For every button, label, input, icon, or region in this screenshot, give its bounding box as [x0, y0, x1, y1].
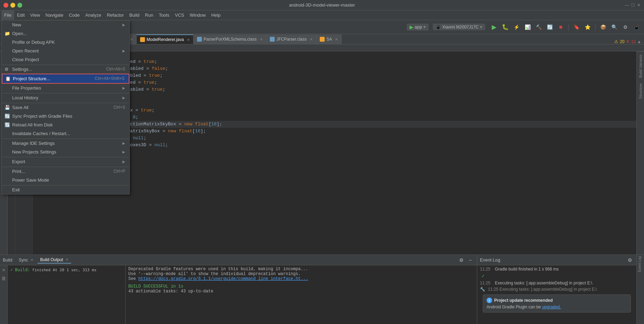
bookmark-button[interactable]: 🔖: [572, 22, 581, 32]
menu-vcs[interactable]: VCS: [172, 10, 187, 20]
notif-info-icon: i: [487, 298, 492, 303]
more-toolbar-4[interactable]: 📱: [632, 22, 641, 32]
sidebar-structure-tab[interactable]: Structure: [637, 81, 644, 102]
build-output-panel: Build: Sync ✕ Build Output ✕ ⚙ − ≡ 🗑 ✓: [0, 255, 477, 324]
event-entry-1: 11:25 Gradle build finished in 1 s 968 m…: [480, 267, 634, 272]
build-msg-1: Deprecated Gradle features were used in …: [128, 267, 474, 272]
menu-navigate[interactable]: Navigate: [43, 10, 66, 20]
menu-window[interactable]: Window: [187, 10, 208, 20]
menu-new-projects-settings[interactable]: New Projects Settings ▶: [2, 148, 129, 156]
menu-file[interactable]: File New ▶ 📁 Open... Profile or Debug AP…: [1, 10, 14, 20]
error-indicator: ✕: [626, 39, 630, 44]
sa-close[interactable]: ✕: [335, 38, 338, 41]
build-success-msg: BUILD SUCCESSFUL in 1s: [128, 284, 474, 289]
menu-export[interactable]: Export ▶: [2, 157, 129, 166]
bottom-tab-bar: Build: Sync ✕ Build Output ✕ ⚙ −: [0, 255, 477, 265]
event-log-header: Event Log ⚙: [477, 255, 636, 265]
menu-reload-disk[interactable]: 🔃 Reload All from Disk: [2, 121, 129, 129]
tab-sa[interactable]: SA ✕: [316, 34, 342, 44]
menu-open-recent[interactable]: Open Recent ▶: [2, 47, 129, 55]
build-link[interactable]: https://docs.gradle.org/6.1.1/userguide/…: [138, 276, 308, 281]
menu-code[interactable]: Code: [66, 10, 83, 20]
device-icon: 📱: [436, 25, 441, 30]
sync-tab-close[interactable]: ✕: [31, 258, 33, 262]
tab-model-renderer[interactable]: ModelRenderer.java ✕: [137, 34, 194, 44]
menu-local-history[interactable]: Local History ▶: [2, 93, 129, 102]
favorites-button[interactable]: ⭐: [583, 22, 592, 32]
notif-upgrade-link[interactable]: upgraded.: [542, 305, 561, 309]
event-log-settings-btn[interactable]: ⚙: [626, 256, 634, 264]
menu-invalidate-caches[interactable]: Invalidate Caches / Restart...: [2, 129, 129, 138]
menu-build[interactable]: Build: [127, 10, 142, 20]
local-history-label: Local History: [12, 95, 122, 100]
event-entry-3: 11:25 Executing tasks: [:app:assembleDeb…: [480, 281, 634, 285]
title-bar: android-3D-model-viewer-master — ☐ ✕: [0, 0, 644, 10]
menu-run[interactable]: Run: [142, 10, 156, 20]
event-wrench-icon: 🔧: [480, 287, 485, 292]
close-button[interactable]: [3, 3, 8, 8]
event-log-side-tab[interactable]: Event Log: [637, 255, 643, 273]
build-trash-btn[interactable]: 🗑: [1, 275, 7, 281]
menu-project-structure[interactable]: 📋 Project Structure... Ctrl+Alt+Shift+S: [2, 74, 129, 84]
build-output-tab-close[interactable]: ✕: [66, 258, 68, 261]
build-status-entry: ✓ Build: finished At 20 1 sec, 313 ms: [10, 267, 122, 273]
renderer-close[interactable]: ✕: [187, 38, 190, 42]
menu-exit[interactable]: Exit: [2, 185, 129, 194]
build-minimize-btn[interactable]: −: [466, 256, 474, 264]
build-button[interactable]: 🔨: [534, 22, 543, 32]
project-structure-label: Project Structure...: [13, 76, 88, 81]
build-expand-btn[interactable]: ≡: [1, 267, 7, 273]
minimize-button[interactable]: [10, 3, 15, 8]
menu-help[interactable]: Help: [208, 10, 223, 20]
run-button[interactable]: ▶: [489, 22, 499, 32]
build-tasks-msg: 43 actionable tasks: 43 up-to-date: [128, 289, 474, 294]
event-log-content: 11:25 Gradle build finished in 1 s 968 m…: [477, 265, 636, 324]
jfc-close[interactable]: ✕: [310, 38, 312, 41]
menu-sync-gradle[interactable]: 🔄 Sync Project with Gradle Files: [2, 112, 129, 121]
app-selector[interactable]: ▶ app ▾: [407, 24, 429, 31]
device-selector[interactable]: 📱 Xiaomi M2007J17C ▾: [433, 24, 485, 30]
menu-analyze[interactable]: Analyze: [83, 10, 104, 20]
stop-button[interactable]: ■: [556, 22, 566, 32]
menu-open[interactable]: 📁 Open...: [2, 29, 129, 38]
run-with-coverage[interactable]: ⚡: [512, 22, 521, 32]
menu-settings[interactable]: ⚙ Settings... Ctrl+Alt+S: [2, 65, 129, 74]
build-label: Build:: [3, 258, 13, 263]
menu-file-label: File: [4, 13, 11, 18]
expand-warnings[interactable]: ▲: [637, 39, 641, 44]
debug-button[interactable]: 🐛: [500, 22, 510, 32]
event-check-icon: ✓: [480, 273, 486, 279]
menu-power-save[interactable]: Power Save Mode: [2, 176, 129, 184]
tab-parser-xml[interactable]: ParserForXMLSchema.class ✕: [194, 34, 266, 44]
profile-button[interactable]: 📊: [523, 22, 532, 32]
bottom-right-sidebar: Event Log: [636, 255, 644, 324]
menu-print[interactable]: Print... Ctrl+P: [2, 167, 129, 176]
bounding-close[interactable]: ✕: [130, 38, 133, 41]
build-status-text: Build:: [15, 267, 30, 272]
menu-tools[interactable]: Tools: [156, 10, 172, 20]
parser-close[interactable]: ✕: [260, 38, 263, 41]
sync-tab[interactable]: Sync ✕: [16, 257, 36, 263]
sync-button[interactable]: 🔄: [545, 22, 555, 32]
renderer-java-icon: [140, 37, 145, 42]
menu-refactor[interactable]: Refactor: [104, 10, 127, 20]
menu-profile-debug[interactable]: Profile or Debug APK: [2, 38, 129, 47]
tab-jfc-parser[interactable]: JFCParser.class ✕: [266, 34, 316, 44]
build-output-tab[interactable]: Build Output ✕: [37, 257, 71, 264]
menu-manage-ide[interactable]: Manage IDE Settings ▶: [2, 139, 129, 148]
menu-edit[interactable]: Edit: [14, 10, 27, 20]
notif-title-text: Project update recommended: [494, 298, 553, 303]
menu-new[interactable]: New ▶: [2, 20, 129, 29]
more-toolbar-2[interactable]: 🔍: [609, 22, 619, 32]
more-toolbar-3[interactable]: ⚙: [620, 22, 630, 32]
menu-save-all[interactable]: 💾 Save All Ctrl+S: [2, 103, 129, 112]
menu-close-project[interactable]: Close Project: [2, 55, 129, 64]
build-settings-btn[interactable]: ⚙: [457, 256, 465, 264]
more-toolbar-1[interactable]: 📦: [598, 22, 608, 32]
maximize-button[interactable]: [17, 3, 22, 8]
sidebar-build-variants-tab[interactable]: Build Variants: [637, 51, 644, 81]
window-title: android-3D-model-viewer-master: [31, 2, 613, 8]
menu-file-properties[interactable]: File Properties ▶: [2, 84, 129, 92]
menu-view[interactable]: View: [27, 10, 43, 20]
sync-tab-label: Sync: [19, 258, 28, 263]
